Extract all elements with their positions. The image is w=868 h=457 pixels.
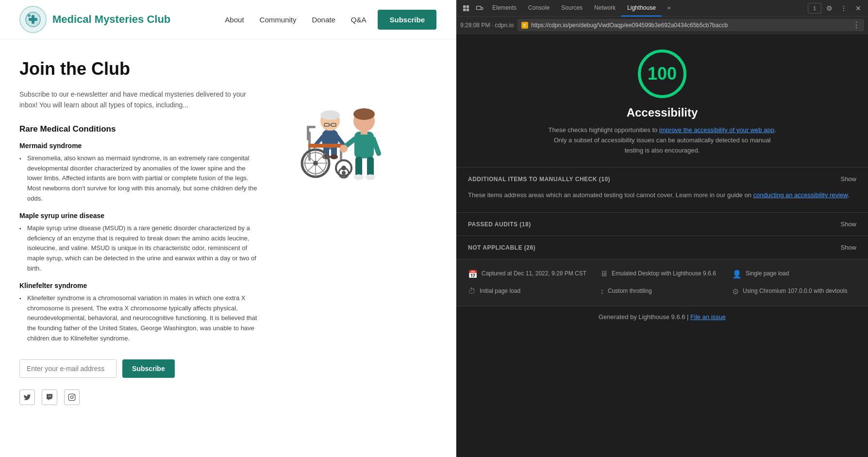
svg-point-9 [320, 110, 340, 120]
calendar-icon: 📅 [468, 270, 478, 279]
svg-rect-24 [308, 144, 342, 148]
footer-item-chromium: ⚙ Using Chromium 107.0.0.0 with devtools [732, 287, 856, 296]
audit-section-passed: PASSED AUDITS (18) Show [456, 212, 868, 236]
twitter-icon[interactable] [19, 389, 35, 405]
lighthouse-footer: 📅 Captured at Dec 11, 2022, 9:28 PM CST … [456, 259, 868, 306]
nav-link-about[interactable]: About [225, 16, 244, 24]
tab-network[interactable]: Network [588, 0, 621, 17]
tab-badge[interactable]: 1 [808, 3, 821, 14]
svg-point-42 [354, 174, 364, 180]
nav-logo: Medical Mysteries Club [19, 6, 170, 33]
hero-illustration [272, 68, 408, 204]
footer-captured-text: Captured at Dec 11, 2022, 9:28 PM CST [482, 269, 586, 278]
nav-subscribe-button[interactable]: Subscribe [378, 10, 436, 30]
devtools-address-bar: 9:28:08 PM · cdpn.io C https://cdpn.io/p… [456, 17, 868, 34]
close-icon[interactable]: ✕ [851, 1, 865, 15]
svg-point-35 [342, 171, 346, 175]
footer-item-initial: ⏱ Initial page load [468, 287, 592, 296]
url-bar[interactable]: C https://cdpn.io/pen/debug/VwdOaqp/ee09… [517, 19, 864, 31]
audit-show-na[interactable]: Show [840, 244, 856, 251]
audit-show-passed[interactable]: Show [840, 220, 856, 228]
nav: Medical Mysteries Club About Community D… [0, 0, 456, 39]
svg-point-43 [366, 174, 375, 180]
svg-rect-2 [29, 18, 37, 21]
tab-elements[interactable]: Elements [486, 0, 522, 17]
score-circle: 100 [638, 50, 686, 98]
svg-rect-53 [476, 6, 481, 10]
content-right [262, 59, 417, 405]
footer-chromium-text: Using Chromium 107.0.0.0 with devtools [743, 287, 847, 295]
throttle-icon: ↕ [600, 287, 604, 296]
score-section: 100 Accessibility These checks highlight… [456, 34, 868, 167]
audit-header-na[interactable]: NOT APPLICABLE (26) Show [456, 236, 868, 259]
svg-point-5 [70, 396, 73, 398]
footer-item-single-page: 👤 Single page load [732, 269, 856, 279]
lighthouse-content: 100 Accessibility These checks highlight… [456, 34, 868, 457]
tab-console[interactable]: Console [522, 0, 555, 17]
generated-by: Generated by Lighthouse 9.6.6 | File an … [456, 306, 868, 327]
svg-rect-13 [322, 131, 338, 145]
condition-heading-klinefelter: Klinefelter syndrome [19, 282, 262, 289]
svg-rect-52 [467, 8, 469, 11]
svg-rect-49 [463, 5, 466, 8]
footer-initial-text: Initial page load [480, 287, 520, 295]
user-icon: 👤 [732, 270, 742, 279]
condition-bullet-klinefelter: Klinefelter syndrome is a chromosomal va… [19, 293, 262, 344]
svg-rect-54 [481, 7, 483, 9]
accessibility-link[interactable]: improve the accessibility of your web ap… [659, 126, 774, 134]
audit-header-manual[interactable]: ADDITIONAL ITEMS TO MANUALLY CHECK (10) … [456, 168, 868, 190]
svg-rect-39 [361, 130, 367, 135]
settings-icon[interactable]: ⚙ [822, 1, 836, 15]
tab-lighthouse[interactable]: Lighthouse [621, 0, 662, 17]
nav-link-qa[interactable]: Q&A [351, 16, 367, 24]
site-title: Medical Mysteries Club [52, 13, 170, 26]
score-description: These checks highlight opportunities to … [546, 125, 779, 155]
social-icons [19, 389, 262, 405]
file-issue-link[interactable]: File an issue [690, 313, 726, 321]
svg-point-38 [353, 108, 375, 120]
footer-emulated-text: Emulated Desktop with Lighthouse 9.6.6 [612, 269, 716, 278]
tab-more[interactable]: » [662, 0, 677, 17]
devtools-icon-inspect[interactable] [459, 1, 473, 15]
svg-point-17 [330, 154, 338, 159]
accessibility-review-link[interactable]: conducting an accessibility review [753, 191, 848, 199]
form-subscribe-button[interactable]: Subscribe [122, 359, 175, 378]
instagram-icon[interactable] [64, 389, 80, 405]
audit-header-passed[interactable]: PASSED AUDITS (18) Show [456, 213, 868, 236]
generated-by-text: Generated by Lighthouse 9.6.6 | [599, 313, 690, 321]
address-more-icon[interactable]: ⋮ [852, 20, 860, 30]
nav-link-community[interactable]: Community [260, 16, 297, 24]
footer-throttle-text: Custom throttling [608, 287, 652, 295]
footer-item-throttle: ↕ Custom throttling [600, 287, 724, 296]
condition-list-maple: Maple syrup urine disease (MSUD) is a ra… [19, 223, 262, 274]
intro-text: Subscribe to our e-newsletter and have m… [19, 89, 262, 111]
audit-body-manual: These items address areas which an autom… [456, 190, 868, 212]
svg-point-46 [340, 145, 348, 152]
condition-heading-maple: Maple syrup urine disease [19, 212, 262, 220]
svg-rect-36 [354, 132, 374, 158]
more-options-icon[interactable]: ⋮ [837, 1, 851, 15]
devtools-icon-responsive[interactable] [473, 1, 486, 15]
audit-show-manual[interactable]: Show [840, 175, 856, 183]
condition-list-klinefelter: Klinefelter syndrome is a chromosomal va… [19, 293, 262, 344]
condition-bullet-mermaid: Sirenomelia, also known as mermaid syndr… [19, 153, 262, 204]
score-number: 100 [648, 64, 677, 84]
svg-point-31 [313, 161, 318, 166]
main-content: Join the Club Subscribe to our e-newslet… [0, 39, 456, 424]
devtools-right-icons: 1 ⚙ ⋮ ✕ [808, 1, 865, 15]
score-title: Accessibility [627, 106, 698, 119]
nav-link-donate[interactable]: Donate [312, 16, 335, 24]
twitch-icon[interactable] [42, 389, 57, 405]
audit-section-na: NOT APPLICABLE (26) Show [456, 236, 868, 259]
email-input[interactable] [19, 359, 117, 378]
devtools-tabs: Elements Console Sources Network Lightho… [456, 0, 868, 17]
tab-sources[interactable]: Sources [555, 0, 588, 17]
svg-rect-4 [68, 394, 75, 400]
condition-bullet-maple: Maple syrup urine disease (MSUD) is a ra… [19, 223, 262, 274]
svg-rect-48 [307, 126, 316, 128]
page-heading: Join the Club [19, 59, 262, 79]
nav-links: About Community Donate Q&A [225, 16, 366, 24]
audit-title-passed: PASSED AUDITS (18) [468, 221, 531, 228]
footer-item-emulated: 🖥 Emulated Desktop with Lighthouse 9.6.6 [600, 269, 724, 279]
section-heading: Rare Medical Conditions [19, 124, 262, 134]
